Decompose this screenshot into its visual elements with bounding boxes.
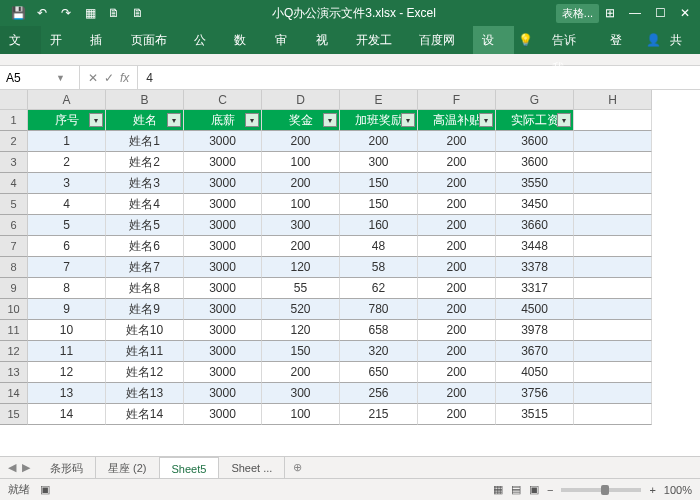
context-tab-label[interactable]: 表格... <box>556 4 599 23</box>
login-button[interactable]: 登录 <box>601 26 640 54</box>
tab-视图[interactable]: 视图 <box>307 26 348 54</box>
formula-input[interactable]: 4 <box>138 71 700 85</box>
cell[interactable]: 58 <box>340 257 418 278</box>
col-header-D[interactable]: D <box>262 90 340 110</box>
cell[interactable] <box>574 299 652 320</box>
close-icon[interactable]: ✕ <box>680 6 690 20</box>
cell[interactable]: 3000 <box>184 404 262 425</box>
cell[interactable]: 200 <box>418 404 496 425</box>
cell[interactable]: 3000 <box>184 131 262 152</box>
cell[interactable]: 8 <box>28 278 106 299</box>
filter-dropdown-icon[interactable]: ▾ <box>245 113 259 127</box>
row-header-6[interactable]: 6 <box>0 215 28 236</box>
cell[interactable]: 2 <box>28 152 106 173</box>
cell[interactable]: 3000 <box>184 278 262 299</box>
cell[interactable]: 200 <box>418 173 496 194</box>
cell[interactable]: 200 <box>262 173 340 194</box>
cell[interactable]: 3 <box>28 173 106 194</box>
cell[interactable]: 120 <box>262 257 340 278</box>
cell[interactable]: 3000 <box>184 194 262 215</box>
cell[interactable]: 3000 <box>184 299 262 320</box>
row-header-8[interactable]: 8 <box>0 257 28 278</box>
share-button[interactable]: 共享 <box>661 26 700 54</box>
cell[interactable]: 姓名1 <box>106 131 184 152</box>
cell[interactable]: 200 <box>418 236 496 257</box>
tab-file[interactable]: 文件 <box>0 26 41 54</box>
cell[interactable]: 200 <box>418 257 496 278</box>
view-layout-icon[interactable]: ▤ <box>511 483 521 496</box>
row-header-2[interactable]: 2 <box>0 131 28 152</box>
cell[interactable] <box>574 383 652 404</box>
cell[interactable] <box>574 194 652 215</box>
tab-开始[interactable]: 开始 <box>41 26 82 54</box>
filter-dropdown-icon[interactable]: ▾ <box>401 113 415 127</box>
row-header-3[interactable]: 3 <box>0 152 28 173</box>
cell[interactable]: 150 <box>262 341 340 362</box>
cell[interactable]: 200 <box>418 152 496 173</box>
name-box[interactable]: ▼ <box>0 66 80 89</box>
undo-icon[interactable]: ↶ <box>34 6 50 20</box>
cell[interactable]: 姓名14 <box>106 404 184 425</box>
cell[interactable]: 100 <box>262 404 340 425</box>
cell[interactable]: 256 <box>340 383 418 404</box>
minimize-icon[interactable]: — <box>629 6 641 20</box>
save-icon[interactable]: 💾 <box>10 6 26 20</box>
cell[interactable]: 200 <box>262 362 340 383</box>
cell[interactable]: 姓名8 <box>106 278 184 299</box>
cell[interactable]: 1 <box>28 131 106 152</box>
cell[interactable]: 3000 <box>184 152 262 173</box>
cell[interactable]: 55 <box>262 278 340 299</box>
cell[interactable]: 13 <box>28 383 106 404</box>
tab-页面布局[interactable]: 页面布局 <box>122 26 185 54</box>
filter-dropdown-icon[interactable]: ▾ <box>89 113 103 127</box>
zoom-in-button[interactable]: + <box>649 484 655 496</box>
col-header-C[interactable]: C <box>184 90 262 110</box>
tab-公式[interactable]: 公式 <box>185 26 226 54</box>
cell[interactable]: 6 <box>28 236 106 257</box>
cell[interactable]: 3978 <box>496 320 574 341</box>
cell[interactable] <box>574 362 652 383</box>
row-header-10[interactable]: 10 <box>0 299 28 320</box>
cell[interactable]: 3000 <box>184 320 262 341</box>
cell[interactable]: 48 <box>340 236 418 257</box>
col-header-H[interactable]: H <box>574 90 652 110</box>
cell[interactable]: 120 <box>262 320 340 341</box>
cell[interactable]: 3450 <box>496 194 574 215</box>
cell[interactable] <box>574 341 652 362</box>
fx-label[interactable]: fx <box>120 71 129 85</box>
name-box-input[interactable] <box>6 71 56 85</box>
cell[interactable]: 200 <box>418 194 496 215</box>
cell[interactable]: 215 <box>340 404 418 425</box>
qat-more-icon[interactable]: ▦ <box>82 6 98 20</box>
filter-dropdown-icon[interactable]: ▾ <box>167 113 181 127</box>
row-header-7[interactable]: 7 <box>0 236 28 257</box>
row-header-1[interactable]: 1 <box>0 110 28 131</box>
view-normal-icon[interactable]: ▦ <box>493 483 503 496</box>
cell[interactable]: 650 <box>340 362 418 383</box>
add-sheet-button[interactable]: ⊕ <box>285 461 310 474</box>
cell[interactable]: 150 <box>340 173 418 194</box>
filter-dropdown-icon[interactable]: ▾ <box>323 113 337 127</box>
cell[interactable] <box>574 278 652 299</box>
cell[interactable]: 3600 <box>496 152 574 173</box>
cell[interactable]: 200 <box>340 131 418 152</box>
filter-dropdown-icon[interactable]: ▾ <box>557 113 571 127</box>
cell[interactable]: 100 <box>262 152 340 173</box>
row-header-4[interactable]: 4 <box>0 173 28 194</box>
zoom-level[interactable]: 100% <box>664 484 692 496</box>
sheet-tab[interactable]: 条形码 <box>38 457 96 478</box>
row-header-12[interactable]: 12 <box>0 341 28 362</box>
sheet-tab[interactable]: Sheet ... <box>219 457 285 478</box>
cell[interactable] <box>574 320 652 341</box>
cell[interactable]: 4050 <box>496 362 574 383</box>
status-record-icon[interactable]: ▣ <box>40 483 50 496</box>
cell[interactable]: 3448 <box>496 236 574 257</box>
sheet-nav-prev-icon[interactable]: ◀ <box>8 461 16 474</box>
tab-开发工具[interactable]: 开发工具 <box>347 26 410 54</box>
cell[interactable]: 3000 <box>184 173 262 194</box>
row-header-13[interactable]: 13 <box>0 362 28 383</box>
cell[interactable]: 7 <box>28 257 106 278</box>
cell[interactable] <box>574 215 652 236</box>
sheet-tab[interactable]: Sheet5 <box>160 457 220 478</box>
cell[interactable]: 520 <box>262 299 340 320</box>
